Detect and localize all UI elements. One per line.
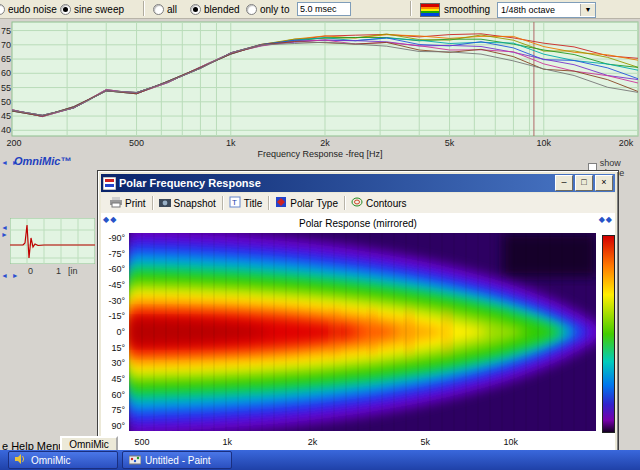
y-axis-tick-label: 60: [0, 68, 11, 78]
toolbar-separator: [410, 1, 411, 16]
gate-time-input[interactable]: [297, 2, 351, 16]
angle-tick-label: 15°: [101, 343, 125, 353]
toolbar-item-print[interactable]: Print: [105, 194, 151, 212]
toolbar-separator: [268, 196, 269, 210]
contours-icon: [351, 196, 363, 210]
toolbar-item-label: Contours: [366, 198, 407, 209]
y-axis-tick-label: 55: [0, 83, 11, 93]
radio-only-to-label: only to: [260, 4, 289, 15]
radio-all[interactable]: all: [153, 2, 177, 16]
radio-blended-label: blended: [204, 4, 240, 15]
frequency-response-chart: 7570656055504540 2005001k2k5k10k20k Freq…: [0, 18, 640, 170]
angle-tick-label: -30°: [101, 296, 125, 306]
toolbar-item-label: Title: [244, 198, 263, 209]
omnimic-brand: OmniMic™: [14, 155, 71, 167]
impulse-plot: [10, 218, 95, 264]
impulse-response-chart: [10, 218, 95, 264]
impulse-tick-label: 1: [56, 266, 61, 276]
x-axis-tick-label: 5k: [435, 138, 465, 148]
toolbar-item-snapshot[interactable]: Snapshot: [154, 194, 221, 212]
polar-frequency-response-window: Polar Frequency Response –□× PrintSnapsh…: [97, 170, 619, 470]
toolbar-separator: [222, 196, 223, 210]
radio-only-to[interactable]: only to: [246, 2, 289, 16]
taskbar[interactable]: OmniMicUntitled - Paint: [0, 450, 640, 470]
y-axis-tick-label: 40: [0, 125, 11, 135]
smoothing-label: smoothing: [444, 4, 490, 15]
taskbar-button-omnimic[interactable]: OmniMic: [8, 451, 118, 469]
radio-blended[interactable]: blended: [190, 2, 240, 16]
polar-heatmap: [129, 233, 596, 431]
smoothing-dropdown[interactable]: 1/48th octave ▼: [497, 2, 596, 18]
paint-icon: [129, 454, 141, 467]
polar-heatmap-plot: [129, 233, 596, 431]
speaker-icon: [15, 454, 27, 467]
radio-sine-sweep[interactable]: sine sweep: [60, 2, 124, 16]
radio-icon[interactable]: [0, 4, 5, 15]
polar-freq-tick-label: 1k: [212, 437, 242, 447]
x-axis-tick-label: 200: [0, 138, 29, 148]
polar-chart-area: ◆◆ ◆◆ Polar Response (mirrored) -90°-75°…: [101, 213, 615, 470]
x-axis-tick-label: 20k: [611, 138, 640, 148]
polar-window-icon: [103, 177, 116, 190]
radio-pseudo-noise[interactable]: eudo noise: [0, 2, 57, 16]
impulse-tick-label: [in: [68, 266, 78, 276]
y-axis-tick-label: 50: [0, 97, 11, 107]
radio-all-label: all: [167, 4, 177, 15]
maximize-button[interactable]: □: [575, 175, 593, 191]
polar-type-icon: [275, 196, 287, 210]
radio-icon[interactable]: [153, 4, 164, 15]
toolbar-item-label: Print: [125, 198, 146, 209]
close-button[interactable]: ×: [595, 175, 613, 191]
toolbar-separator: [344, 196, 345, 210]
radio-icon[interactable]: [246, 4, 257, 15]
angle-tick-label: 0°: [101, 327, 125, 337]
radio-icon[interactable]: [60, 4, 71, 15]
polar-freq-tick-label: 500: [127, 437, 157, 447]
toolbar-item-title[interactable]: TTitle: [224, 194, 268, 212]
toolbar-item-polar-type[interactable]: Polar Type: [270, 194, 343, 212]
impulse-tick-label: 0: [28, 266, 33, 276]
radio-icon[interactable]: [190, 4, 201, 15]
desktop: eudo noise sine sweep all blended only t…: [0, 0, 640, 470]
polar-freq-tick-label: 10k: [496, 437, 526, 447]
chevron-down-icon[interactable]: ▼: [580, 4, 595, 16]
transport-arrows-icon[interactable]: ◄ ►: [1, 272, 20, 279]
polar-freq-tick-label: 5k: [410, 437, 440, 447]
toolbar-item-contours[interactable]: Contours: [346, 194, 412, 212]
toolbar-item-label: Snapshot: [174, 198, 216, 209]
y-axis-tick-label: 75: [0, 26, 11, 36]
radio-sine-sweep-label: sine sweep: [74, 4, 124, 15]
x-axis-tick-label: 2k: [310, 138, 340, 148]
impulse-nav-arrows-icon[interactable]: ◄►: [1, 224, 9, 238]
angle-tick-label: -45°: [101, 280, 125, 290]
y-axis-tick-label: 70: [0, 40, 11, 50]
camera-icon: [159, 196, 171, 210]
y-axis-tick-label: 65: [0, 54, 11, 64]
toolbar-separator: [143, 1, 144, 16]
freq-axis-title: Frequency Response -freq [Hz]: [0, 149, 640, 159]
polar-toolbar: PrintSnapshotTTitlePolar TypeContours: [101, 193, 615, 214]
spectrogram-palette-button[interactable]: [420, 3, 440, 17]
color-scale-bar: [602, 235, 615, 433]
angle-tick-label: -60°: [101, 264, 125, 274]
angle-tick-label: -15°: [101, 311, 125, 321]
radio-pseudo-noise-label: eudo noise: [8, 4, 57, 15]
angle-tick-label: 60°: [101, 390, 125, 400]
title-icon: T: [229, 196, 241, 210]
x-axis-tick-label: 1k: [216, 138, 246, 148]
x-axis-tick-label: 500: [122, 138, 152, 148]
taskbar-button-label: Untitled - Paint: [145, 455, 211, 466]
polar-window-titlebar[interactable]: Polar Frequency Response –□×: [101, 174, 615, 192]
taskbar-button-label: OmniMic: [31, 455, 70, 466]
taskbar-button-untitled-paint[interactable]: Untitled - Paint: [122, 451, 232, 469]
smoothing-dropdown-value: 1/48th octave: [498, 5, 580, 15]
angle-tick-label: -90°: [101, 233, 125, 243]
angle-tick-label: 75°: [101, 405, 125, 415]
minimize-button[interactable]: –: [555, 175, 573, 191]
window-buttons: –□×: [553, 175, 613, 191]
angle-tick-label: -75°: [101, 249, 125, 259]
svg-text:T: T: [232, 198, 237, 207]
x-axis-tick-label: 10k: [529, 138, 559, 148]
angle-tick-label: 90°: [101, 421, 125, 431]
measurement-toolbar: eudo noise sine sweep all blended only t…: [0, 0, 640, 19]
